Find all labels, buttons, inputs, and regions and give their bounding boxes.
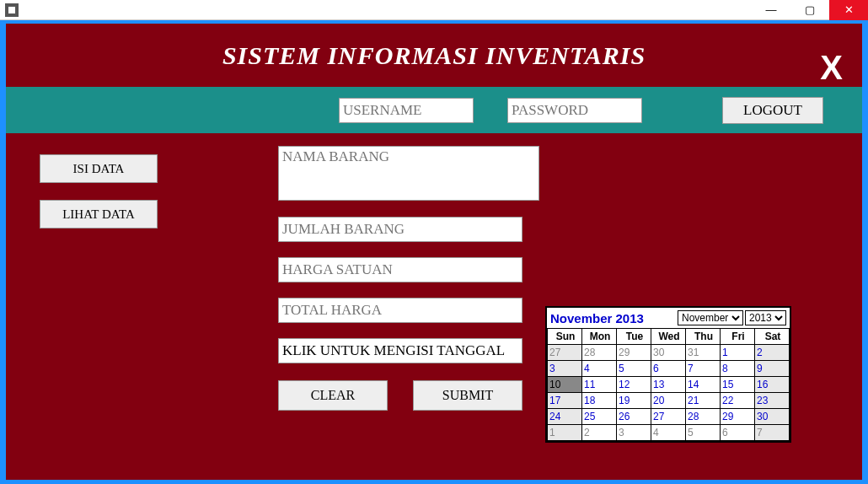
- calendar-day[interactable]: 6: [651, 361, 686, 377]
- calendar-day[interactable]: 8: [721, 361, 755, 377]
- calendar-day[interactable]: 20: [651, 393, 686, 409]
- calendar-day[interactable]: 27: [548, 345, 582, 361]
- calendar-day[interactable]: 25: [582, 409, 617, 425]
- nama-barang-input[interactable]: [278, 146, 539, 201]
- logout-button[interactable]: LOGOUT: [722, 97, 823, 124]
- tanggal-input[interactable]: [278, 338, 522, 363]
- calendar-day[interactable]: 1: [721, 345, 755, 361]
- calendar-day[interactable]: 15: [721, 377, 755, 393]
- calendar-day[interactable]: 21: [686, 393, 721, 409]
- calendar-grid: SunMonTueWedThuFriSat 272829303112345678…: [547, 328, 790, 441]
- form-area: CLEAR SUBMIT: [278, 146, 539, 411]
- calendar-day[interactable]: 2: [582, 425, 617, 441]
- calendar-day[interactable]: 26: [617, 409, 651, 425]
- calendar-day[interactable]: 16: [755, 377, 790, 393]
- calendar-day[interactable]: 30: [651, 345, 686, 361]
- calendar-day[interactable]: 19: [617, 393, 651, 409]
- harga-satuan-input[interactable]: [278, 257, 522, 282]
- calendar-dow: Fri: [721, 329, 755, 345]
- auth-bar: LOGOUT: [6, 87, 862, 133]
- username-input[interactable]: [339, 98, 474, 123]
- submit-button[interactable]: SUBMIT: [413, 380, 522, 411]
- calendar-day[interactable]: 27: [651, 409, 686, 425]
- calendar-day[interactable]: 31: [686, 345, 721, 361]
- calendar-day[interactable]: 2: [755, 345, 790, 361]
- calendar-dow: Mon: [582, 329, 617, 345]
- calendar-day[interactable]: 11: [582, 377, 617, 393]
- calendar-day[interactable]: 22: [721, 393, 755, 409]
- calendar-dow: Wed: [651, 329, 686, 345]
- calendar-title: November 2013: [550, 311, 676, 325]
- calendar-day[interactable]: 24: [548, 409, 582, 425]
- action-row: CLEAR SUBMIT: [278, 380, 539, 411]
- lihat-data-button[interactable]: LIHAT DATA: [40, 200, 158, 229]
- calendar-day[interactable]: 23: [755, 393, 790, 409]
- calendar-day[interactable]: 9: [755, 361, 790, 377]
- app-icon: [5, 3, 19, 17]
- total-harga-input[interactable]: [278, 298, 522, 323]
- jumlah-barang-input[interactable]: [278, 217, 522, 242]
- year-select[interactable]: 2013: [745, 310, 786, 325]
- calendar-day[interactable]: 7: [755, 425, 790, 441]
- calendar-day[interactable]: 5: [686, 425, 721, 441]
- calendar-day[interactable]: 3: [617, 425, 651, 441]
- calendar-day[interactable]: 5: [617, 361, 651, 377]
- app-header: SISTEM INFORMASI INVENTARIS X: [6, 24, 862, 87]
- calendar-day[interactable]: 18: [582, 393, 617, 409]
- calendar-day[interactable]: 29: [617, 345, 651, 361]
- password-input[interactable]: [507, 98, 642, 123]
- calendar-day[interactable]: 6: [721, 425, 755, 441]
- month-select[interactable]: November: [678, 310, 743, 325]
- calendar-day[interactable]: 30: [755, 409, 790, 425]
- calendar: November 2013 November 2013 SunMonTueWed…: [545, 306, 791, 443]
- app-frame: SISTEM INFORMASI INVENTARIS X LOGOUT ISI…: [6, 24, 862, 480]
- calendar-day[interactable]: 7: [686, 361, 721, 377]
- calendar-day[interactable]: 28: [582, 345, 617, 361]
- calendar-dow: Thu: [686, 329, 721, 345]
- calendar-day[interactable]: 4: [582, 361, 617, 377]
- calendar-day[interactable]: 10: [548, 377, 582, 393]
- maximize-button[interactable]: ▢: [790, 0, 829, 20]
- calendar-day[interactable]: 17: [548, 393, 582, 409]
- calendar-dow: Tue: [617, 329, 651, 345]
- calendar-day[interactable]: 12: [617, 377, 651, 393]
- calendar-day[interactable]: 4: [651, 425, 686, 441]
- clear-button[interactable]: CLEAR: [278, 380, 388, 411]
- window-close-button[interactable]: ✕: [829, 0, 868, 20]
- calendar-header: November 2013 November 2013: [547, 308, 790, 328]
- calendar-day[interactable]: 28: [686, 409, 721, 425]
- calendar-dow: Sat: [755, 329, 790, 345]
- sidebar: ISI DATA LIHAT DATA: [40, 154, 158, 245]
- content-area: ISI DATA LIHAT DATA CLEAR SUBMIT Novembe…: [6, 133, 862, 479]
- calendar-day[interactable]: 1: [548, 425, 582, 441]
- calendar-day[interactable]: 14: [686, 377, 721, 393]
- calendar-day[interactable]: 29: [721, 409, 755, 425]
- window-titlebar: — ▢ ✕: [0, 0, 868, 20]
- calendar-day[interactable]: 13: [651, 377, 686, 393]
- calendar-day[interactable]: 3: [548, 361, 582, 377]
- calendar-dow: Sun: [548, 329, 582, 345]
- close-icon[interactable]: X: [820, 36, 844, 99]
- isi-data-button[interactable]: ISI DATA: [40, 154, 158, 183]
- app-title: SISTEM INFORMASI INVENTARIS: [222, 41, 646, 69]
- minimize-button[interactable]: —: [752, 0, 790, 20]
